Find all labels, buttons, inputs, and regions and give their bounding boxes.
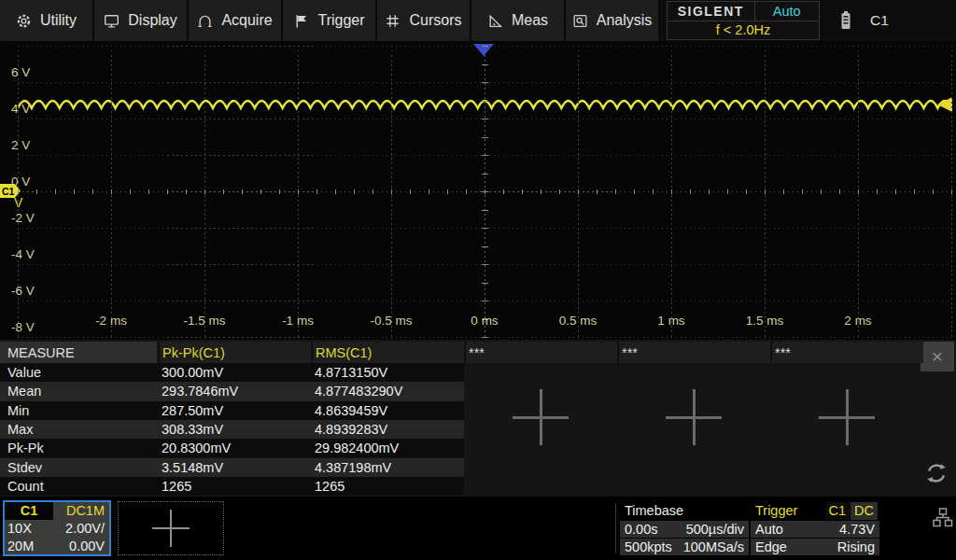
menu-item-utility[interactable]: Utility [0,0,94,41]
bottom-bar-divider [615,503,616,553]
axis-tick [447,189,448,194]
time-axis-label: -0.5 ms [370,314,412,328]
axis-tick [279,189,280,194]
network-icon[interactable] [933,508,953,527]
axis-tick [503,189,504,194]
trigger-flag-icon [293,13,309,29]
battery-icon [838,9,853,32]
timebase-scale: 500µs/div [686,522,744,537]
channel1-offset: 0.00V [69,539,105,553]
menu-item-acquire[interactable]: Acquire [189,0,283,41]
time-axis-label: 0.5 ms [559,314,598,328]
measure-column-header[interactable]: *** [618,342,770,363]
measure-column-header[interactable]: *** [771,342,923,363]
measure-icon [487,13,503,29]
bottom-status-bar: C1 DC1M 10X 2.00V/ 20M 0.00V Timebase 0.… [0,498,956,560]
acquisition-status: Auto [755,2,819,21]
trigger-descriptor-box[interactable]: Trigger C1 DC Auto 4.73V Edge Rising [751,501,879,555]
menu-item-trigger[interactable]: Trigger [283,0,377,41]
analysis-icon [572,13,588,29]
menu-item-analysis[interactable]: Analysis [566,0,660,41]
menu-item-display[interactable]: Display [94,0,189,41]
axis-tick [55,189,56,194]
trigger-row-2: Edge Rising [751,539,879,555]
add-channel-button[interactable] [118,501,224,555]
measure-column-header[interactable]: RMS(C1) [312,342,464,363]
timebase-delay: 0.00s [625,522,657,537]
menu-item-cursors[interactable]: Cursors [377,0,471,41]
measure-refresh-button[interactable] [922,459,950,487]
add-measurement-button[interactable] [666,389,722,445]
axis-tick [914,189,915,194]
measure-value: 3.5148mV [162,460,223,475]
axis-tick [482,337,488,338]
axis-tick [242,189,243,194]
measure-row [0,477,464,496]
axis-tick [373,189,373,194]
channel1-scale: 2.00V/ [65,521,105,536]
menu-item-label: Utility [40,12,77,29]
axis-tick [671,189,672,194]
axis-tick [92,189,93,194]
axis-tick [466,189,467,194]
menu-item-meas[interactable]: Meas [471,0,566,41]
voltage-axis-label: -4 V [11,247,35,262]
measure-value: 287.50mV [162,403,223,418]
axis-tick [597,189,598,194]
time-axis-label: -1.5 ms [183,314,225,328]
axis-tick [690,189,691,194]
acquire-icon [197,13,213,29]
channel1-descriptor-box[interactable]: C1 DC1M 10X 2.00V/ 20M 0.00V [3,500,111,556]
measure-row [0,363,464,382]
active-channel-indicator: C1 [870,12,889,29]
timebase-row-2: 500kpts 100MSa/s [620,539,749,555]
axis-tick [839,189,840,194]
axis-tick [783,189,784,194]
menu-bar: UtilityDisplayAcquireTriggerCursorsMeasA… [0,0,956,41]
voltage-axis-label: 2 V [11,138,30,153]
time-axis-label: 1.5 ms [746,314,784,328]
axis-tick [746,189,747,194]
axis-tick [482,301,488,301]
axis-tick [335,189,336,194]
axis-tick [709,189,710,194]
frequency-counter: f < 2.0Hz [668,21,819,40]
axis-tick [895,189,896,194]
voltage-axis-label: 0 V [11,175,30,189]
measure-value: 1265 [315,479,344,494]
measure-column-header[interactable]: *** [465,342,617,363]
trigger-level-marker[interactable] [937,97,952,112]
axis-tick [36,189,37,194]
axis-tick [482,264,488,265]
axis-tick [482,210,488,211]
timebase-row-1: 0.00s 500µs/div [620,521,749,538]
add-measurement-button[interactable] [819,389,875,445]
axis-tick [204,189,205,194]
measure-value: 4.8713150V [315,365,387,380]
axis-tick [482,191,488,192]
trigger-mode: Auto [755,522,783,537]
axis-tick [260,189,261,194]
voltage-axis-label: -8 V [11,320,35,335]
measure-value: 29.982400mV [315,441,399,455]
axis-tick [354,189,355,194]
time-axis-label: 0 ms [471,314,498,328]
measure-value: 1265 [162,479,191,494]
channel1-coupling: DC1M [66,503,105,518]
axis-tick [18,189,19,194]
time-axis-label: 2 ms [844,314,871,328]
add-measurement-button[interactable] [513,389,569,445]
axis-tick [111,189,112,194]
brand-logo: SIGLENT [668,2,755,21]
measure-value: 4.8939283V [315,422,387,437]
axis-tick [410,189,411,194]
axis-tick [951,189,952,194]
timebase-descriptor-box[interactable]: Timebase 0.00s 500µs/div 500kpts 100MSa/… [620,501,749,555]
measure-column-header[interactable]: Pk-Pk(C1) [159,342,311,363]
measure-close-button[interactable]: × [921,342,954,371]
axis-tick [522,189,523,194]
axis-tick [482,155,488,156]
trigger-header: Trigger C1 DC [751,501,879,520]
axis-tick [877,189,878,194]
axis-tick [482,246,488,247]
